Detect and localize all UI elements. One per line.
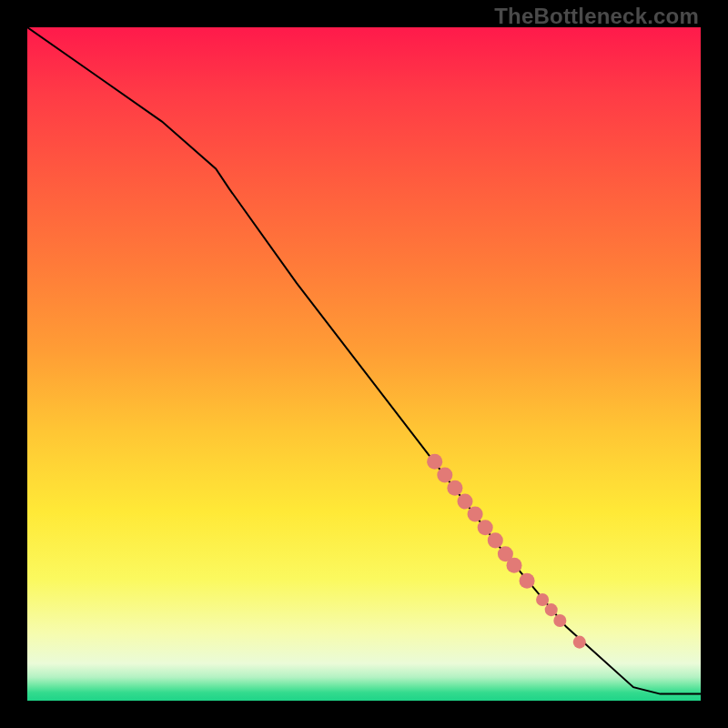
marker-point <box>520 573 535 589</box>
marker-point <box>427 454 442 470</box>
chart-stage: TheBottleneck.com <box>0 0 728 728</box>
marker-point <box>545 603 558 616</box>
marker-point <box>478 520 493 535</box>
marker-point <box>488 532 503 548</box>
marker-point <box>457 493 472 509</box>
marker-point <box>536 593 549 606</box>
marker-point <box>553 614 566 627</box>
marker-point <box>447 480 462 496</box>
marker-point <box>468 507 483 522</box>
marker-point <box>507 558 522 573</box>
plot-area <box>27 27 701 701</box>
marker-point <box>573 636 586 649</box>
watermark-text: TheBottleneck.com <box>494 4 699 29</box>
curve-line <box>27 27 701 694</box>
marker-point <box>437 468 452 483</box>
highlight-markers <box>427 454 586 649</box>
curve-overlay <box>27 27 701 701</box>
